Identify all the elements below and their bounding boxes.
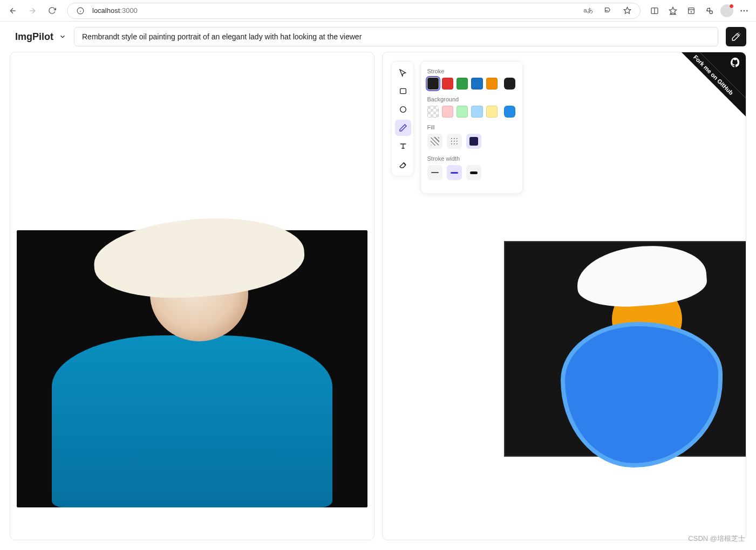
canvas-pane[interactable]: Stroke Background Fill xyxy=(382,52,747,540)
collections-icon[interactable] xyxy=(684,3,699,18)
stroke-color-4[interactable] xyxy=(486,78,498,90)
watermark: CSDN @培根芝士 xyxy=(688,534,745,544)
read-aloud-icon[interactable] xyxy=(600,3,615,18)
reload-button[interactable] xyxy=(43,2,60,19)
svg-point-15 xyxy=(400,107,406,113)
stroke-color-2[interactable] xyxy=(457,78,468,90)
fill-options xyxy=(427,134,516,149)
more-menu-icon[interactable]: ⋯ xyxy=(737,3,752,18)
stroke-color-0[interactable] xyxy=(427,78,439,90)
bg-color-0[interactable] xyxy=(427,106,439,118)
svg-marker-6 xyxy=(669,7,676,14)
split-screen-icon[interactable] xyxy=(647,3,662,18)
fork-on-github-ribbon[interactable]: Fork me on GitHub xyxy=(665,52,746,133)
stroke-swatches xyxy=(427,78,516,90)
svg-rect-8 xyxy=(689,8,694,13)
brand[interactable]: ImgPilot xyxy=(15,31,66,43)
bg-color-current[interactable] xyxy=(504,106,515,118)
stroke-color-current[interactable] xyxy=(504,78,515,90)
svg-point-13 xyxy=(710,11,712,13)
background-label: Background xyxy=(427,96,516,102)
url-port: :3000 xyxy=(120,6,138,15)
ellipse-tool[interactable] xyxy=(395,101,411,118)
magic-wand-icon xyxy=(731,32,741,42)
bg-color-2[interactable] xyxy=(457,106,468,118)
draw-tool[interactable] xyxy=(395,120,411,136)
prompt-input[interactable] xyxy=(74,27,718,46)
browser-toolbar: localhost:3000 aあ ⋯ xyxy=(0,0,756,22)
site-info-icon[interactable] xyxy=(73,3,88,18)
url-host: localhost xyxy=(92,6,120,15)
translate-icon[interactable]: aあ xyxy=(581,3,596,18)
svg-rect-14 xyxy=(400,88,406,93)
address-bar[interactable]: localhost:3000 aあ xyxy=(67,3,641,19)
workspace: Stroke Background Fill xyxy=(0,52,756,550)
fill-solid[interactable] xyxy=(466,134,481,149)
fill-hachure[interactable] xyxy=(427,134,442,149)
stroke-width-thick[interactable] xyxy=(466,165,481,180)
fill-label: Fill xyxy=(427,124,516,130)
eraser-tool[interactable] xyxy=(395,156,411,173)
fill-cross-hatch[interactable] xyxy=(447,134,462,149)
painting-hat xyxy=(91,212,307,304)
github-icon xyxy=(730,57,741,71)
bg-color-1[interactable] xyxy=(442,106,453,118)
forward-button[interactable] xyxy=(24,2,41,19)
generated-image xyxy=(17,230,367,507)
background-swatches xyxy=(427,106,516,118)
properties-panel: Stroke Background Fill xyxy=(420,61,523,194)
svg-marker-3 xyxy=(624,7,631,13)
stroke-width-thin[interactable] xyxy=(427,165,442,180)
stroke-color-3[interactable] xyxy=(471,78,482,90)
stroke-width-label: Stroke width xyxy=(427,155,516,162)
favorites-bar-icon[interactable] xyxy=(665,3,680,18)
brand-label: ImgPilot xyxy=(15,31,53,43)
stroke-label: Stroke xyxy=(427,68,516,74)
bg-color-3[interactable] xyxy=(471,106,482,118)
painting-dress xyxy=(52,335,332,507)
stroke-width-medium[interactable] xyxy=(447,165,462,180)
output-pane xyxy=(10,52,374,540)
stroke-width-options xyxy=(427,165,516,180)
drawing-toolbar xyxy=(391,61,414,176)
browser-actions: ⋯ xyxy=(647,3,752,18)
extensions-icon[interactable] xyxy=(702,3,717,18)
generate-button[interactable] xyxy=(726,27,746,46)
profile-avatar[interactable] xyxy=(720,4,733,17)
chevron-down-icon xyxy=(59,33,66,40)
bg-color-4[interactable] xyxy=(486,106,498,118)
back-button[interactable] xyxy=(4,2,22,19)
app-header: ImgPilot xyxy=(0,22,756,52)
selection-tool[interactable] xyxy=(395,65,411,81)
stroke-color-1[interactable] xyxy=(442,78,453,90)
favorite-icon[interactable] xyxy=(619,3,635,18)
rectangle-tool[interactable] xyxy=(395,83,411,99)
text-tool[interactable] xyxy=(395,138,411,154)
